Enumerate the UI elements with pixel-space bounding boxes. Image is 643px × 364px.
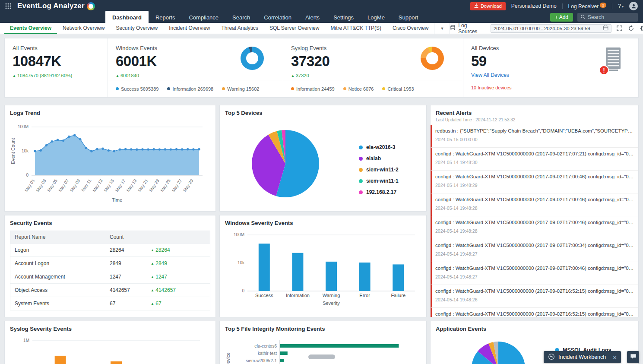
panel-title: Syslog Severity Events xyxy=(10,326,210,332)
header-search[interactable] xyxy=(577,13,638,22)
subtab-events-overview[interactable]: Events Overview xyxy=(4,23,57,34)
legend-item: 192.168.2.17 xyxy=(359,189,399,195)
app-title: EventLog Analyzer xyxy=(17,2,85,10)
nav-settings[interactable]: Settings xyxy=(326,12,361,23)
panel-title: Windows Severity Events xyxy=(225,220,421,226)
panel-title: Top 5 File Integrity Monitoring Events xyxy=(225,326,421,332)
download-label: Download xyxy=(481,3,502,9)
subtab-threat-analytics[interactable]: Threat Analytics xyxy=(216,23,264,34)
subtab-sql-server-overview[interactable]: SQL Server Overview xyxy=(264,23,325,34)
user-avatar-icon[interactable] xyxy=(629,2,638,10)
nav-support[interactable]: Support xyxy=(392,12,425,23)
alert-item[interactable]: configd : WatchGuard-XTM V1C5000000000 (… xyxy=(431,148,638,171)
alert-item[interactable]: configd : WatchGuard-XTM V1C5000000000 (… xyxy=(431,216,638,239)
syslog-events-stat: Syslog Events 37320 ▲ 37320 Information … xyxy=(283,38,463,97)
column-header-count: Count xyxy=(110,234,151,240)
svg-text:1M: 1M xyxy=(23,338,29,343)
personalized-demo-link[interactable]: Personalized Demo xyxy=(511,3,557,9)
subtab-cisco-overview[interactable]: Cisco Overview xyxy=(387,23,434,34)
stat-value: 37320 xyxy=(291,53,329,70)
svg-text:Time: Time xyxy=(112,197,122,203)
stat-delta: ▲ 37320 xyxy=(291,73,329,78)
svg-text:May 09: May 09 xyxy=(69,178,81,193)
up-trend-icon: ▲ xyxy=(116,74,119,78)
svg-text:May 13: May 13 xyxy=(92,178,104,193)
svg-text:100M: 100M xyxy=(18,124,29,129)
incident-workbench-toast[interactable]: Incident Workbench × xyxy=(544,351,621,363)
svg-text:May 17: May 17 xyxy=(114,178,127,193)
log-sources-button[interactable]: Log Sources xyxy=(450,22,486,35)
last-updated-time: Last Updated Time : 2024-11-12 21:53:32 xyxy=(436,117,633,122)
security-events-row[interactable]: System Events67▲ 67 xyxy=(10,297,210,310)
alert-item[interactable]: configd : WatchGuard-XTM V1C5000000000 (… xyxy=(431,193,638,216)
alert-item[interactable]: configd : WatchGuard-XTM V1C5000000000 (… xyxy=(431,308,638,317)
nav-search[interactable]: Search xyxy=(225,12,257,23)
subtab-security-overview[interactable]: Security Overview xyxy=(110,23,163,34)
chevron-down-icon: ▼ xyxy=(440,26,444,31)
svg-text:May 03: May 03 xyxy=(35,178,47,193)
settings-gear-icon[interactable] xyxy=(639,25,643,32)
dashboard-tabs-bar: Events OverviewNetwork OverviewSecurity … xyxy=(0,23,643,34)
nav-dashboard[interactable]: Dashboard xyxy=(105,11,149,23)
refresh-icon[interactable] xyxy=(627,25,635,32)
nav-logme[interactable]: LogMe xyxy=(361,12,392,23)
search-input[interactable] xyxy=(588,14,632,20)
alert-item[interactable]: configd : WatchGuard-XTM V1C5000000000 (… xyxy=(431,171,638,193)
svg-text:May 23: May 23 xyxy=(148,178,160,193)
scrollbar-thumb[interactable] xyxy=(308,355,335,359)
log-sources-label: Log Sources xyxy=(458,22,485,35)
stat-label: All Events xyxy=(13,45,100,51)
stat-value: 6001K xyxy=(116,53,157,70)
security-events-row[interactable]: Logon28264▲ 28264 xyxy=(10,244,210,257)
syslog-severity-panel: Syslog Severity Events 1M1k0InformationN… xyxy=(4,321,216,364)
date-range-value: 2024-05-01 00:00:00 - 2024-05-30 23:59:5… xyxy=(494,26,590,31)
log-receiver-link[interactable]: Log Receiver xyxy=(568,3,599,9)
close-icon[interactable]: × xyxy=(613,354,617,361)
svg-text:siem-w2008r2-1: siem-w2008r2-1 xyxy=(246,358,277,363)
alert-item[interactable]: configd : WatchGuard-XTM V1C5000000000 (… xyxy=(431,285,638,308)
panel-title: Application Events xyxy=(436,326,633,332)
legend-item: Success 5695389 xyxy=(116,86,158,92)
chat-button[interactable] xyxy=(627,351,639,363)
svg-text:May 27: May 27 xyxy=(171,178,183,193)
alert-item[interactable]: redbus.in : {"SUBTYPE":"Supply Chain Bre… xyxy=(431,125,638,148)
subtab-network-overview[interactable]: Network Overview xyxy=(57,23,110,34)
up-trend-icon: ▲ xyxy=(13,74,16,78)
nav-correlation[interactable]: Correlation xyxy=(257,12,298,23)
fullscreen-expand-icon[interactable] xyxy=(616,25,623,32)
add-button[interactable]: + Add xyxy=(550,13,573,22)
legend-item: Information 269698 xyxy=(167,86,213,92)
table-header: Report Name Count xyxy=(10,231,210,244)
legend-item: ela-w2016-3 xyxy=(359,144,399,150)
nav-alerts[interactable]: Alerts xyxy=(298,12,326,23)
svg-text:May 05: May 05 xyxy=(46,178,58,193)
incident-workbench-icon xyxy=(548,353,555,361)
search-icon xyxy=(580,13,586,21)
security-events-row[interactable]: Account Logon2849▲ 2849 xyxy=(10,257,210,270)
legend-item: elalab xyxy=(359,155,399,161)
apps-grid-icon[interactable] xyxy=(3,1,13,11)
subtab-mitre-att-ck-ttp-s[interactable]: Mitre ATT&CK TTP(S) xyxy=(325,23,387,34)
security-events-row[interactable]: Account Management1247▲ 1247 xyxy=(10,270,210,284)
svg-text:May 11: May 11 xyxy=(80,178,92,192)
syslog-events-donut-chart xyxy=(421,47,444,70)
download-icon xyxy=(474,3,478,9)
top-bar: EventLog Analyzer Download Personalized … xyxy=(0,0,643,23)
svg-text:kathir-test: kathir-test xyxy=(258,351,277,356)
nav-reports[interactable]: Reports xyxy=(149,12,182,23)
download-button[interactable]: Download xyxy=(470,2,506,10)
svg-text:May 01: May 01 xyxy=(24,178,36,193)
security-events-row[interactable]: Object Access4142657▲ 4142657 xyxy=(10,284,210,297)
subtab-incident-overview[interactable]: Incident Overview xyxy=(163,23,215,34)
alert-item[interactable]: configd : WatchGuard-XTM V1C5000000000 (… xyxy=(431,262,638,285)
svg-text:May 07: May 07 xyxy=(57,178,70,193)
nav-compliance[interactable]: Compliance xyxy=(182,12,225,23)
tabs-overflow-chevron[interactable]: ▼ xyxy=(434,23,450,34)
table-body: Logon28264▲ 28264Account Logon2849▲ 2849… xyxy=(10,244,210,310)
help-menu[interactable]: ?▾ xyxy=(618,3,624,9)
alert-item[interactable]: configd : WatchGuard-XTM V1C5000000000 (… xyxy=(431,239,638,262)
panel-title: Security Events xyxy=(10,220,210,226)
syslog-events-legend: Information 24459Notice 6076Critical 195… xyxy=(283,80,463,97)
eventlog-analyzer-app: EventLog Analyzer Download Personalized … xyxy=(0,0,643,364)
date-range-picker[interactable]: 2024-05-01 00:00:00 - 2024-05-30 23:59:5… xyxy=(491,24,611,33)
